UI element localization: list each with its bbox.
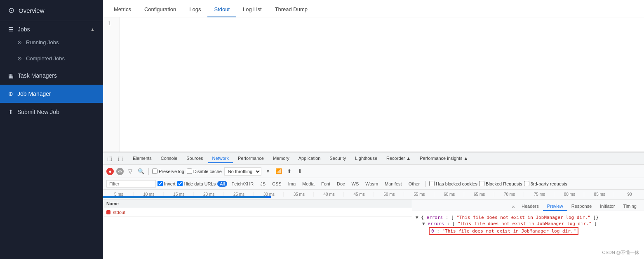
filter-tag-doc[interactable]: Doc [334,181,348,187]
filter-tag-wasm[interactable]: Wasm [363,181,381,187]
watermark: CSDN @不懂一休 [602,249,639,256]
devtools-tab-sources[interactable]: Sources [182,154,207,163]
response-tab-preview[interactable]: Preview [543,202,567,211]
devtools-tab-lighthouse[interactable]: Lighthouse [351,154,381,163]
tab-log-list[interactable]: Log List [236,2,268,17]
tab-bar: Metrics Configuration Logs Stdout Log Li… [103,0,644,17]
response-tab-headers[interactable]: Headers [517,202,543,211]
jobs-icon: ☰ [8,26,14,33]
filter-input[interactable] [106,180,156,188]
sidebar-item-running-jobs[interactable]: ⊙ Running Jobs [0,34,103,50]
tab-metrics[interactable]: Metrics [107,2,138,17]
sidebar-item-jobs[interactable]: ☰ Jobs ▲ [0,21,103,34]
disable-cache-checkbox[interactable]: Disable cache [187,169,222,174]
filter-tag-other[interactable]: Other [406,181,423,187]
tab-configuration[interactable]: Configuration [138,2,183,17]
tab-thread-dump[interactable]: Thread Dump [268,2,314,17]
devtools-tab-recorder[interactable]: Recorder ▲ [382,154,415,163]
wifi-icon[interactable]: 📶 [275,167,283,176]
blocked-requests-label: Blocked Requests [486,181,522,186]
record-btn[interactable]: ● [106,168,114,175]
inspect-icon[interactable]: ⬚ [106,154,114,163]
json-line-errors: ▼ errors : [ "This file does not exist i… [416,221,641,227]
filter-tag-fetch-xhr[interactable]: Fetch/XHR [229,181,256,187]
network-list-item[interactable]: stdout [103,208,412,217]
response-tab-timing[interactable]: Timing [619,202,641,211]
network-list-header: Name [103,200,412,208]
job-manager-label: Job Manager [17,90,51,97]
devtools-tab-perf-insights[interactable]: Performance insights ▲ [416,154,472,163]
devtools-toolbar: ● ⊘ ▽ 🔍 Preserve log Disable cache No th… [103,165,644,178]
filter-tag-all[interactable]: All [217,181,227,187]
line-number-1: 1 [108,21,114,26]
main-content: Metrics Configuration Logs Stdout Log Li… [103,0,644,259]
content-body [120,17,644,152]
sidebar-logo[interactable]: ⊙ Overview [0,0,103,21]
timeline-bar: 5 ms 10 ms 15 ms 20 ms 25 ms 30 ms 35 ms… [103,190,644,200]
task-managers-icon: ▦ [8,72,14,79]
jobs-label: Jobs [18,26,30,33]
throttling-arrow-icon[interactable]: ▼ [264,167,272,176]
network-content: Name stdout × Headers Preview Response I… [103,200,644,259]
running-jobs-icon: ⊙ [17,39,22,45]
filter-icon[interactable]: ▽ [126,167,134,176]
sidebar-item-completed-jobs[interactable]: ⊙ Completed Jobs [0,50,103,67]
filter-tag-img[interactable]: Img [286,181,298,187]
search-icon[interactable]: 🔍 [137,167,145,176]
tab-stdout[interactable]: Stdout [207,2,236,17]
third-party-label: 3rd-party requests [531,181,567,186]
job-manager-icon: ⊕ [8,90,13,97]
json-arrow-errors[interactable]: ▼ [422,221,425,226]
filter-tag-css[interactable]: CSS [270,181,284,187]
hide-data-urls-checkbox[interactable]: Hide data URLs [177,181,216,186]
preserve-log-checkbox[interactable]: Preserve log [152,169,184,174]
json-item-highlighted: 0 : "This file does not exist in JobMana… [429,227,578,235]
sidebar-item-task-managers[interactable]: ▦ Task Managers [0,67,103,85]
json-arrow-root[interactable]: ▼ [416,215,418,220]
invert-label: Invert [164,181,176,186]
third-party-checkbox[interactable]: 3rd-party requests [524,181,567,186]
blocked-requests-checkbox[interactable]: Blocked Requests [479,181,522,186]
invert-checkbox[interactable]: Invert [157,181,176,186]
has-blocked-label: Has blocked cookies [436,181,477,186]
item-dot [106,210,110,214]
download-icon[interactable]: ⬇ [296,167,304,176]
response-close-btn[interactable]: × [509,203,517,211]
submit-label: Submit New Job [17,109,59,115]
response-tab-initiator[interactable]: Initiator [596,202,619,211]
filter-tag-manifest[interactable]: Manifest [382,181,404,187]
json-line-item-0: 0 : "This file does not exist in JobMana… [416,227,641,235]
devtools-icons: ⬚ ⬚ [106,154,125,163]
hide-data-urls-label: Hide data URLs [184,181,216,186]
task-managers-label: Task Managers [18,72,57,79]
content-area: 1 [103,17,644,152]
devtools-tab-performance[interactable]: Performance [234,154,268,163]
filter-tag-ws[interactable]: WS [349,181,362,187]
has-blocked-checkbox[interactable]: Has blocked cookies [429,181,477,186]
devtools-tab-elements[interactable]: Elements [129,154,156,163]
filter-tag-font[interactable]: Font [319,181,333,187]
filter-tag-js[interactable]: JS [258,181,268,187]
device-icon[interactable]: ⬚ [116,154,125,163]
response-tabs: × Headers Preview Response Initiator Tim… [412,200,644,211]
devtools-tab-console[interactable]: Console [157,154,181,163]
throttling-select[interactable]: No throttling [224,167,261,176]
json-line-root: ▼ { errors : [ "This file does not exist… [416,214,641,221]
devtools-tab-network[interactable]: Network [208,154,233,163]
upload-icon[interactable]: ⬆ [285,167,294,176]
stop-btn[interactable]: ⊘ [116,168,124,175]
devtools-tab-application[interactable]: Application [294,154,325,163]
devtools-tab-security[interactable]: Security [325,154,350,163]
tab-logs[interactable]: Logs [183,2,207,17]
filter-tag-media[interactable]: Media [300,181,317,187]
devtools-tab-memory[interactable]: Memory [269,154,294,163]
filter-bar: Invert Hide data URLs All Fetch/XHR JS C… [103,178,644,190]
response-tab-response[interactable]: Response [567,202,596,211]
sidebar-item-submit-new-job[interactable]: ⬆ Submit New Job [0,103,103,121]
sidebar-item-job-manager[interactable]: ⊕ Job Manager [0,85,103,103]
progress-bar-container [103,196,644,198]
filter-separator [425,181,426,187]
devtools-panel: ⬚ ⬚ Elements Console Sources Network Per… [103,152,644,259]
completed-jobs-icon: ⊙ [17,55,22,62]
sidebar: ⊙ Overview ☰ Jobs ▲ ⊙ Running Jobs ⊙ Com… [0,0,103,259]
